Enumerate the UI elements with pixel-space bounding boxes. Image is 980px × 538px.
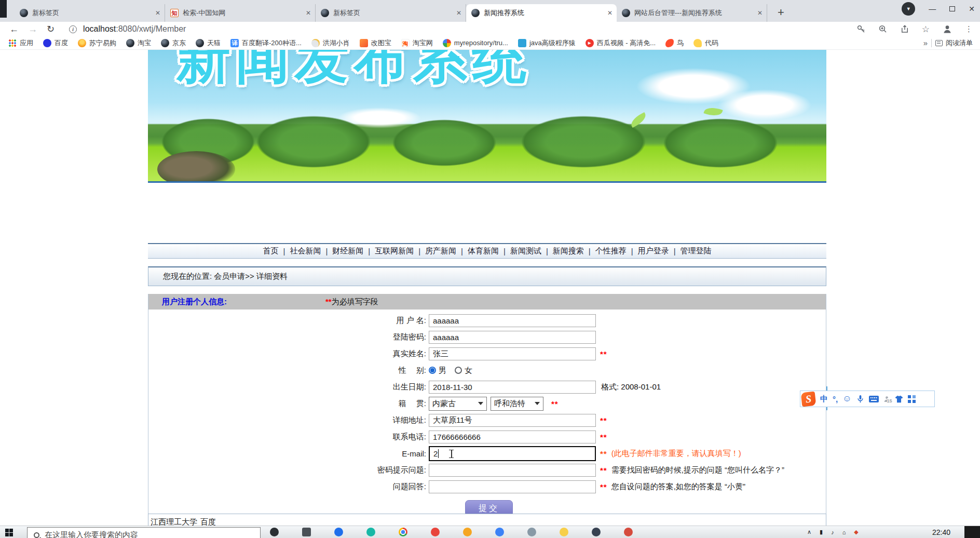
windows-start-icon[interactable] — [5, 529, 13, 536]
tab-close-icon[interactable]: ✕ — [306, 9, 311, 17]
bookmark-item[interactable]: java高级程序猿 — [515, 38, 579, 48]
browser-tab[interactable]: 新闻推荐系统✕ — [466, 4, 617, 22]
browser-tab[interactable]: 新标签页✕ — [15, 4, 165, 22]
pinned-folder-icon[interactable] — [463, 528, 472, 536]
taskbar-search-box[interactable]: 在这里输入你要搜索的内容 — [27, 527, 261, 538]
page-info-icon[interactable]: i — [69, 25, 77, 33]
bookmark-item[interactable]: 代码 — [690, 38, 722, 48]
tray-chevron-icon[interactable]: ∧ — [807, 529, 811, 535]
nav-item[interactable]: 首页 — [258, 246, 283, 256]
taskbar-clock[interactable]: 22:40 — [932, 528, 950, 536]
reading-list-button[interactable]: 阅读清单 — [935, 38, 973, 48]
phone-input[interactable]: 17666666666 — [429, 431, 596, 443]
emoji-icon[interactable]: ☺ — [842, 394, 851, 404]
tab-close-icon[interactable]: ✕ — [155, 9, 160, 17]
pinned-app-teal-icon[interactable] — [366, 528, 375, 536]
bookmark-item[interactable]: 改图宝 — [357, 38, 394, 48]
tab-close-icon[interactable]: ✕ — [757, 9, 763, 17]
pinned-app-blue-icon[interactable] — [334, 528, 343, 536]
nav-item[interactable]: 个性推荐 — [591, 246, 631, 256]
chrome-browser-icon[interactable] — [399, 528, 407, 536]
realname-input[interactable]: 张三 — [429, 347, 596, 360]
nav-item[interactable]: 互联网新闻 — [370, 246, 418, 256]
browser-tab[interactable]: 知检索-中国知网✕ — [165, 4, 316, 22]
nav-item[interactable]: 用户登录 — [633, 246, 674, 256]
nav-item[interactable]: 体育新闻 — [463, 246, 503, 256]
zoom-icon[interactable] — [878, 24, 888, 34]
share-icon[interactable] — [900, 24, 909, 34]
pinned-app-red-icon[interactable] — [431, 528, 440, 536]
pinned-app-blue2-icon[interactable] — [495, 528, 504, 536]
email-input[interactable]: 2 — [429, 446, 596, 461]
punctuation-icon[interactable]: °, — [833, 395, 838, 403]
cortana-icon[interactable] — [270, 528, 279, 536]
reload-icon[interactable]: ↻ — [47, 23, 55, 35]
profile-avatar-button[interactable]: ▼ — [902, 2, 915, 16]
bookmark-item[interactable]: myrepository/tru... — [440, 39, 511, 47]
show-desktop-button[interactable] — [964, 526, 980, 538]
nav-item[interactable]: 房产新闻 — [420, 246, 461, 256]
footer-link[interactable]: 百度 — [200, 517, 216, 526]
pinned-app-yellow-icon[interactable] — [560, 528, 568, 536]
nav-item[interactable]: 财经新闻 — [328, 246, 368, 256]
nav-item[interactable]: 社会新闻 — [285, 246, 325, 256]
chinese-mode-icon[interactable]: 中 — [820, 394, 828, 404]
bookmark-item[interactable]: 淘淘宝网 — [398, 38, 436, 48]
bookmark-item[interactable]: 苏宁易购 — [75, 38, 119, 48]
bookmark-item[interactable]: 天猫 — [193, 38, 224, 48]
nav-item[interactable]: 管理登陆 — [676, 246, 716, 256]
bookmark-item[interactable]: 译百度翻译-200种语... — [227, 38, 305, 48]
new-tab-button[interactable]: + — [778, 5, 784, 20]
url-text[interactable]: localhost:8080/xwtj/Member — [83, 24, 186, 34]
address-input[interactable]: 大草原11号 — [429, 414, 596, 427]
bookmark-item[interactable]: 京东 — [158, 38, 189, 48]
member-login-icon[interactable]: 15 — [883, 396, 890, 402]
skin-icon[interactable] — [895, 395, 903, 403]
birthdate-input[interactable]: 2018-11-30 — [429, 381, 596, 394]
tray-icon[interactable]: ▮ — [820, 529, 823, 535]
username-input[interactable]: aaaaaa — [429, 314, 596, 327]
hometown-select[interactable]: 呼和浩特 — [491, 397, 543, 411]
pinned-app-office-icon[interactable] — [624, 528, 633, 536]
toolbox-icon[interactable] — [908, 395, 916, 403]
tab-close-icon[interactable]: ✕ — [607, 9, 612, 17]
password-input[interactable]: aaaaaa — [429, 331, 596, 344]
gender-radio-女[interactable] — [455, 367, 462, 374]
forward-icon[interactable]: → — [28, 24, 37, 35]
bookmark-item[interactable]: 应用 — [5, 38, 36, 48]
bookmark-item[interactable]: 淘宝 — [123, 38, 154, 48]
bookmarks-overflow-icon[interactable]: » — [923, 38, 928, 47]
gender-radio-男[interactable] — [429, 367, 436, 374]
keyboard-icon[interactable] — [869, 396, 879, 402]
bookmark-item[interactable]: 洪湖小肖 — [308, 38, 353, 48]
system-tray[interactable]: ∧ ▮ ♪ ⌂ ◆ — [807, 529, 859, 535]
browser-menu-icon[interactable]: ⋮ — [965, 24, 973, 34]
pwd-question-input[interactable] — [429, 464, 596, 477]
microphone-icon[interactable] — [856, 395, 864, 403]
nav-item[interactable]: 新闻搜索 — [548, 246, 589, 256]
sogou-logo-icon[interactable]: S — [801, 391, 816, 407]
nav-item[interactable]: 新闻测试 — [506, 246, 546, 256]
pinned-app-dark-icon[interactable] — [592, 528, 601, 536]
window-close-button[interactable]: ✕ — [969, 5, 975, 13]
pwd-answer-input[interactable] — [429, 480, 596, 493]
tray-icon[interactable]: ♪ — [831, 529, 834, 535]
browser-tab[interactable]: 新标签页✕ — [316, 4, 466, 22]
tray-icon[interactable]: ◆ — [854, 529, 858, 535]
task-view-icon[interactable] — [302, 528, 311, 536]
password-key-icon[interactable] — [856, 24, 866, 34]
bookmark-item[interactable]: ▶西瓜视频 - 高清免... — [582, 38, 659, 48]
window-minimize-button[interactable]: — — [929, 5, 936, 13]
pinned-app-gray-icon[interactable] — [527, 528, 536, 536]
bookmark-star-icon[interactable]: ☆ — [922, 25, 930, 34]
tray-icon[interactable]: ⌂ — [842, 529, 846, 535]
bookmark-item[interactable]: 鸟 — [662, 38, 687, 48]
bookmark-item[interactable]: 百度 — [40, 38, 71, 48]
back-icon[interactable]: ← — [9, 24, 19, 35]
footer-link[interactable]: 江西理工大学 — [151, 517, 197, 526]
tab-close-icon[interactable]: ✕ — [456, 9, 461, 17]
browser-tab[interactable]: 网站后台管理---新闻推荐系统✕ — [617, 4, 767, 22]
hometown-select[interactable]: 内蒙古 — [429, 397, 487, 411]
window-maximize-button[interactable] — [949, 6, 955, 11]
user-avatar-icon[interactable] — [942, 24, 952, 34]
